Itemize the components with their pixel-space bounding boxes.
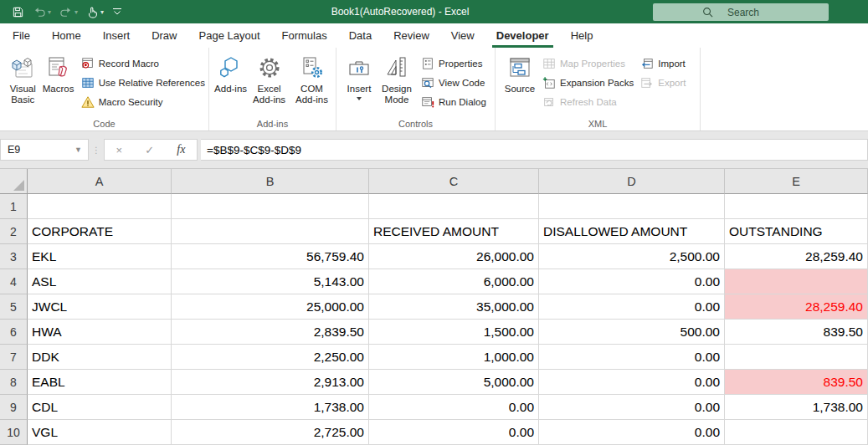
cell-A8[interactable]: EABL bbox=[28, 370, 172, 395]
row-header-1[interactable]: 1 bbox=[0, 194, 28, 219]
cell-C6[interactable]: 1,500.00 bbox=[369, 320, 539, 345]
visual-basic-button[interactable]: Visual Basic bbox=[5, 51, 40, 105]
cell-B10[interactable]: 2,725.00 bbox=[172, 420, 369, 445]
cell-B9[interactable]: 1,738.00 bbox=[172, 395, 369, 420]
row-header-10[interactable]: 10 bbox=[0, 420, 28, 445]
tab-formulas[interactable]: Formulas bbox=[271, 23, 338, 48]
select-all-button[interactable] bbox=[0, 169, 28, 194]
cell-D6[interactable]: 500.00 bbox=[539, 320, 725, 345]
formula-bar-splitter[interactable]: ⋮ bbox=[89, 148, 104, 152]
cell-A7[interactable]: DDK bbox=[28, 345, 172, 370]
undo-button[interactable]: ▾ bbox=[33, 3, 51, 21]
column-header-C[interactable]: C bbox=[369, 169, 539, 194]
column-header-B[interactable]: B bbox=[172, 169, 369, 194]
cell-D7[interactable]: 0.00 bbox=[539, 345, 725, 370]
row-header-3[interactable]: 3 bbox=[0, 244, 28, 269]
cell-D9[interactable]: 0.00 bbox=[539, 395, 725, 420]
macros-button[interactable]: Macros bbox=[40, 51, 75, 95]
search-box[interactable]: Search bbox=[653, 3, 829, 21]
cell-B1[interactable] bbox=[172, 194, 369, 219]
cell-D4[interactable]: 0.00 bbox=[539, 269, 725, 294]
add-ins-button[interactable]: Add-ins bbox=[214, 51, 247, 95]
row-header-7[interactable]: 7 bbox=[0, 345, 28, 370]
refresh-data-button[interactable]: Refresh Data bbox=[542, 95, 634, 109]
row-header-4[interactable]: 4 bbox=[0, 269, 28, 294]
tab-data[interactable]: Data bbox=[338, 23, 383, 48]
record-macro-button[interactable]: Record Macro bbox=[81, 57, 205, 70]
cell-A9[interactable]: CDL bbox=[28, 395, 172, 420]
save-button[interactable] bbox=[12, 3, 24, 21]
cell-B4[interactable]: 5,143.00 bbox=[172, 269, 369, 294]
cell-E5[interactable]: 28,259.40 bbox=[725, 294, 868, 320]
cell-C4[interactable]: 6,000.00 bbox=[369, 269, 539, 294]
cell-E10[interactable] bbox=[725, 420, 868, 445]
view-code-button[interactable]: View Code bbox=[421, 76, 486, 90]
tab-file[interactable]: File bbox=[2, 23, 41, 48]
cell-C5[interactable]: 35,000.00 bbox=[369, 294, 539, 320]
redo-button[interactable]: ▾ bbox=[59, 3, 78, 21]
cell-C2[interactable]: RECEIVED AMOUNT bbox=[369, 219, 539, 244]
row-header-8[interactable]: 8 bbox=[0, 370, 28, 395]
cell-B6[interactable]: 2,839.50 bbox=[172, 320, 369, 345]
cell-A4[interactable]: ASL bbox=[28, 269, 172, 294]
cell-A2[interactable]: CORPORATE bbox=[28, 219, 172, 244]
tab-page-layout[interactable]: Page Layout bbox=[188, 23, 271, 48]
cell-C7[interactable]: 1,000.00 bbox=[369, 345, 539, 370]
cell-C10[interactable]: 0.00 bbox=[369, 420, 539, 445]
tab-help[interactable]: Help bbox=[560, 23, 604, 48]
column-header-A[interactable]: A bbox=[28, 169, 172, 194]
tab-draw[interactable]: Draw bbox=[141, 23, 187, 48]
cell-D3[interactable]: 2,500.00 bbox=[539, 244, 725, 269]
cell-A1[interactable] bbox=[28, 194, 172, 219]
source-button[interactable]: Source bbox=[501, 51, 539, 95]
macro-security-button[interactable]: Macro Security bbox=[81, 95, 205, 109]
export-button[interactable]: Export bbox=[640, 76, 686, 90]
cell-E8[interactable]: 839.50 bbox=[725, 370, 868, 395]
map-properties-button[interactable]: Map Properties bbox=[542, 57, 634, 70]
cell-C8[interactable]: 5,000.00 bbox=[369, 370, 539, 395]
cell-E3[interactable]: 28,259.40 bbox=[725, 244, 868, 269]
customize-qat-button[interactable] bbox=[112, 3, 122, 21]
cell-D1[interactable] bbox=[539, 194, 725, 219]
cell-A5[interactable]: JWCL bbox=[28, 294, 172, 320]
cell-D8[interactable]: 0.00 bbox=[539, 370, 725, 395]
column-header-D[interactable]: D bbox=[539, 169, 725, 194]
name-box[interactable]: E9 ▼ bbox=[0, 139, 89, 161]
properties-button[interactable]: Properties bbox=[421, 57, 486, 70]
cell-A6[interactable]: HWA bbox=[28, 320, 172, 345]
cell-B7[interactable]: 2,250.00 bbox=[172, 345, 369, 370]
cell-E1[interactable] bbox=[725, 194, 868, 219]
tab-review[interactable]: Review bbox=[383, 23, 440, 48]
column-header-E[interactable]: E bbox=[725, 169, 868, 194]
cell-B8[interactable]: 2,913.00 bbox=[172, 370, 369, 395]
cell-D2[interactable]: DISALLOWED AMOUNT bbox=[539, 219, 725, 244]
cell-A10[interactable]: VGL bbox=[28, 420, 172, 445]
cell-E7[interactable] bbox=[725, 345, 868, 370]
formula-input[interactable]: =$B$9-$C$9-$D$9 bbox=[201, 139, 868, 161]
cancel-button[interactable]: × bbox=[116, 144, 123, 156]
cell-B3[interactable]: 56,759.40 bbox=[172, 244, 369, 269]
tab-view[interactable]: View bbox=[440, 23, 485, 48]
cell-D5[interactable]: 0.00 bbox=[539, 294, 725, 320]
cell-A3[interactable]: EKL bbox=[28, 244, 172, 269]
row-header-9[interactable]: 9 bbox=[0, 395, 28, 420]
cell-C3[interactable]: 26,000.00 bbox=[369, 244, 539, 269]
insert-function-button[interactable]: fx bbox=[177, 143, 185, 156]
com-add-ins-button[interactable]: COM Add-ins bbox=[291, 51, 332, 105]
cell-B5[interactable]: 25,000.00 bbox=[172, 294, 369, 320]
row-header-5[interactable]: 5 bbox=[0, 294, 28, 320]
cell-E4[interactable] bbox=[725, 269, 868, 294]
row-header-2[interactable]: 2 bbox=[0, 219, 28, 244]
design-mode-button[interactable]: Design Mode bbox=[377, 51, 417, 105]
import-button[interactable]: Import bbox=[640, 57, 686, 70]
tab-home[interactable]: Home bbox=[41, 23, 92, 48]
tab-insert[interactable]: Insert bbox=[92, 23, 141, 48]
cell-D10[interactable]: 0.00 bbox=[539, 420, 725, 445]
cell-C9[interactable]: 0.00 bbox=[369, 395, 539, 420]
insert-control-button[interactable]: Insert bbox=[342, 51, 377, 100]
cell-C1[interactable] bbox=[369, 194, 539, 219]
expansion-packs-button[interactable]: Expansion Packs bbox=[542, 76, 634, 90]
run-dialog-button[interactable]: Run Dialog bbox=[421, 95, 486, 109]
cell-E2[interactable]: OUTSTANDING bbox=[725, 219, 868, 244]
row-header-6[interactable]: 6 bbox=[0, 320, 28, 345]
